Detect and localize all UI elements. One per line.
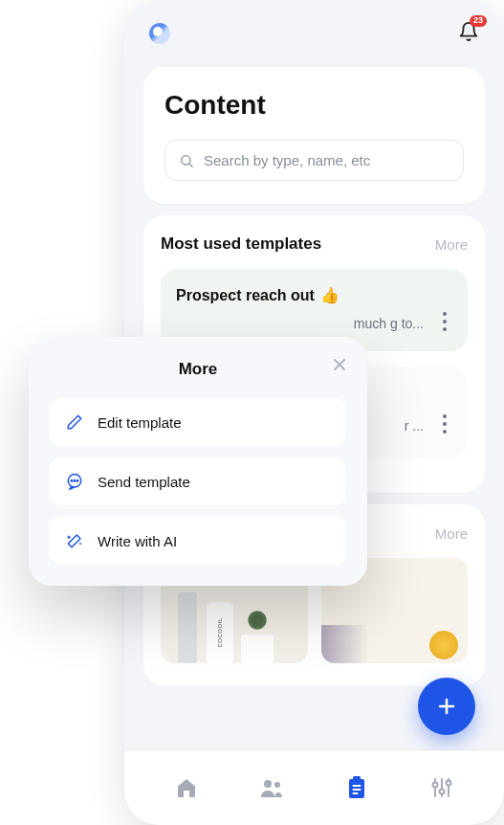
- close-button[interactable]: [329, 354, 350, 375]
- page-title: Content: [164, 90, 464, 121]
- magic-wand-icon: [65, 531, 84, 550]
- more-link[interactable]: More: [435, 236, 468, 253]
- notifications-button[interactable]: 23: [458, 21, 479, 46]
- plus-icon: [435, 695, 458, 718]
- svg-point-16: [447, 781, 451, 786]
- bottom-tab-bar: [124, 750, 504, 825]
- search-icon: [179, 153, 194, 168]
- header-card: Content: [143, 67, 485, 204]
- svg-rect-7: [353, 776, 361, 781]
- template-title: Prospect reach out 👍: [176, 286, 452, 304]
- search-input[interactable]: [204, 152, 449, 168]
- svg-point-5: [274, 782, 280, 788]
- menu-label: Edit template: [98, 414, 182, 431]
- menu-send-template[interactable]: Send template: [50, 457, 346, 505]
- svg-point-14: [433, 783, 438, 788]
- people-icon: [259, 776, 284, 799]
- svg-rect-8: [353, 785, 362, 787]
- tab-people[interactable]: [252, 769, 291, 807]
- home-icon: [175, 776, 198, 799]
- add-button[interactable]: [418, 678, 475, 735]
- svg-point-21: [74, 480, 76, 482]
- template-title-text: Prospect reach out: [176, 287, 315, 304]
- menu-edit-template[interactable]: Edit template: [50, 398, 346, 446]
- thumbs-up-icon: 👍: [320, 286, 340, 304]
- menu-label: Send template: [98, 474, 190, 490]
- more-link[interactable]: More: [435, 525, 468, 542]
- clipboard-icon: [346, 776, 367, 799]
- template-preview: much g to...: [176, 314, 452, 334]
- top-bar: 23: [124, 0, 504, 56]
- svg-point-0: [182, 155, 190, 164]
- tab-settings[interactable]: [423, 769, 461, 807]
- svg-line-1: [189, 164, 192, 167]
- template-menu-button[interactable]: [431, 405, 458, 443]
- close-icon: [333, 358, 346, 371]
- svg-point-22: [77, 480, 78, 482]
- section-title: Most used templates: [161, 234, 321, 254]
- svg-point-4: [264, 780, 272, 788]
- svg-point-15: [440, 790, 445, 794]
- template-menu-button[interactable]: [431, 302, 458, 341]
- svg-point-20: [71, 480, 73, 482]
- search-field[interactable]: [164, 140, 464, 181]
- section-header: Most used templates More: [161, 234, 468, 254]
- app-logo-icon[interactable]: [149, 23, 170, 44]
- menu-write-with-ai[interactable]: Write with AI: [50, 517, 346, 565]
- sliders-icon: [431, 776, 452, 799]
- notification-badge: 23: [470, 15, 487, 27]
- tab-home[interactable]: [167, 769, 206, 807]
- chat-icon: [65, 472, 84, 491]
- menu-label: Write with AI: [98, 533, 177, 549]
- svg-rect-10: [353, 792, 359, 794]
- pencil-icon: [65, 412, 84, 432]
- tab-content[interactable]: [338, 769, 376, 807]
- more-popup: More Edit template Send template Write w…: [29, 337, 367, 586]
- svg-rect-9: [353, 789, 362, 791]
- popup-title: More: [50, 360, 346, 379]
